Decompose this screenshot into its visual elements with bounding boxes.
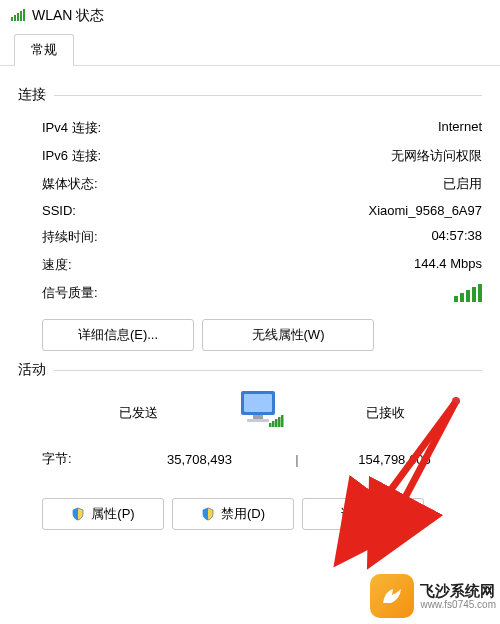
wireless-properties-button[interactable]: 无线属性(W) [202,319,374,351]
tab-strip: 常规 [0,33,500,66]
svg-rect-7 [253,415,263,419]
row-ipv4: IPv4 连接: Internet [18,114,482,142]
row-value: 144.4 Mbps [414,256,482,274]
svg-rect-3 [20,11,22,21]
activity-icon [235,389,289,436]
divider [54,370,482,371]
row-ssid: SSID: Xiaomi_9568_6A97 [18,198,482,223]
watermark-url: www.fs0745.com [420,599,496,611]
svg-rect-10 [272,421,275,427]
row-value: 04:57:38 [431,228,482,246]
wifi-icon [10,6,26,25]
received-label: 已接收 [289,404,482,422]
diagnose-button[interactable]: 诊断(C) [302,498,424,530]
svg-rect-1 [14,15,16,21]
row-speed: 速度: 144.4 Mbps [18,251,482,279]
titlebar: WLAN 状态 [0,0,500,29]
activity-separator: | [287,452,307,467]
shield-icon [71,507,85,521]
row-key: 速度: [42,256,72,274]
svg-rect-6 [244,394,272,412]
row-key: IPv4 连接: [42,119,101,137]
row-key: 媒体状态: [42,175,98,193]
divider [54,95,482,96]
svg-rect-4 [23,9,25,21]
svg-rect-9 [269,423,272,427]
row-media-state: 媒体状态: 已启用 [18,170,482,198]
watermark: 飞沙系统网 www.fs0745.com [370,574,496,618]
svg-rect-12 [278,417,281,427]
svg-rect-2 [17,13,19,21]
tab-general[interactable]: 常规 [14,34,74,66]
shield-icon [201,507,215,521]
row-key: SSID: [42,203,76,218]
details-button[interactable]: 详细信息(E)... [42,319,194,351]
monitor-icon [235,389,289,433]
row-signal-quality: 信号质量: [18,279,482,307]
row-key: IPv6 连接: [42,147,101,165]
row-key: 信号质量: [42,284,98,302]
svg-rect-8 [247,419,269,422]
button-label: 禁用(D) [221,505,265,523]
disable-button[interactable]: 禁用(D) [172,498,294,530]
properties-button[interactable]: 属性(P) [42,498,164,530]
connection-group: 连接 IPv4 连接: Internet IPv6 连接: 无网络访问权限 媒体… [18,86,482,351]
signal-bars-icon [454,284,482,302]
row-ipv6: IPv6 连接: 无网络访问权限 [18,142,482,170]
row-value: 已启用 [443,175,482,193]
button-label: 诊断(C) [341,505,385,523]
watermark-logo-icon [370,574,414,618]
svg-rect-0 [11,17,13,21]
activity-group: 活动 已发送 [18,361,482,530]
bytes-label: 字节: [42,450,112,468]
row-duration: 持续时间: 04:57:38 [18,223,482,251]
svg-rect-11 [275,419,278,427]
row-value: Internet [438,119,482,137]
annotation-dot [452,397,460,405]
wlan-status-dialog: WLAN 状态 常规 连接 IPv4 连接: Internet IPv6 连接:… [0,0,500,624]
bytes-received-value: 154,798,605 [307,452,482,467]
row-value: 无网络访问权限 [391,147,482,165]
sent-label: 已发送 [42,404,235,422]
connection-group-label: 连接 [18,86,46,104]
bytes-sent-value: 35,708,493 [112,452,287,467]
watermark-title: 飞沙系统网 [420,582,496,599]
activity-group-label: 活动 [18,361,46,379]
button-label: 属性(P) [91,505,134,523]
row-value: Xiaomi_9568_6A97 [369,203,482,218]
svg-rect-13 [281,415,284,427]
window-title: WLAN 状态 [32,7,104,25]
row-key: 持续时间: [42,228,98,246]
